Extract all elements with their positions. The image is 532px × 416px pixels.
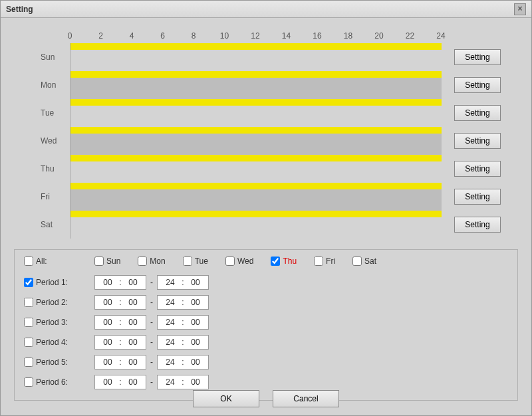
- period-1-to[interactable]: 24:00: [157, 275, 209, 290]
- period-2-check[interactable]: Period 2:: [24, 298, 84, 307]
- period-1-from[interactable]: 00:00: [94, 275, 146, 290]
- period-row: Period 5:00:00-24:00: [24, 352, 508, 372]
- period-3-to-minute[interactable]: 00: [186, 318, 205, 327]
- period-1-check-label: Period 1:: [36, 278, 68, 287]
- colon: :: [180, 318, 186, 327]
- period-1-from-hour[interactable]: 00: [98, 278, 118, 287]
- check-thu-checkbox[interactable]: [271, 257, 280, 266]
- period-5-from-minute[interactable]: 00: [123, 358, 143, 367]
- close-icon[interactable]: ×: [514, 3, 526, 15]
- check-wed-checkbox[interactable]: [225, 257, 235, 266]
- timeline[interactable]: [70, 43, 441, 71]
- period-5-from-hour[interactable]: 00: [98, 358, 118, 367]
- day-label: Sun: [14, 52, 70, 62]
- timeline[interactable]: [70, 99, 441, 127]
- period-6-from[interactable]: 00:00: [94, 375, 146, 389]
- day-setting-button[interactable]: Setting: [454, 77, 501, 93]
- period-2-from-minute[interactable]: 00: [123, 298, 143, 307]
- period-2-to[interactable]: 24:00: [157, 295, 209, 310]
- check-thu[interactable]: Thu: [271, 257, 297, 266]
- colon: :: [180, 358, 186, 367]
- dialog-footer: OK Cancel: [1, 390, 531, 407]
- day-setting-button[interactable]: Setting: [454, 105, 501, 121]
- day-row: SunSetting: [14, 43, 518, 71]
- period-2-check-checkbox[interactable]: [24, 298, 33, 307]
- period-4-from-hour[interactable]: 00: [98, 338, 118, 347]
- period-4-from-minute[interactable]: 00: [123, 338, 143, 347]
- day-setting-button[interactable]: Setting: [454, 189, 501, 205]
- axis-tick: 20: [374, 31, 383, 41]
- check-sun-checkbox[interactable]: [94, 257, 104, 266]
- axis-tick: 8: [192, 31, 196, 41]
- period-6-to-hour[interactable]: 24: [160, 377, 180, 387]
- day-setting-button[interactable]: Setting: [454, 49, 501, 65]
- ok-button[interactable]: OK: [193, 390, 259, 407]
- period-5-to[interactable]: 24:00: [157, 355, 209, 369]
- period-6-check-checkbox[interactable]: [24, 377, 33, 387]
- period-3-check[interactable]: Period 3:: [24, 318, 84, 327]
- timeline[interactable]: [70, 183, 441, 211]
- period-1-check-checkbox[interactable]: [24, 278, 33, 287]
- day-setting-button[interactable]: Setting: [454, 217, 501, 233]
- axis-tick: 6: [160, 31, 165, 41]
- colon: :: [118, 377, 123, 387]
- period-2-to-hour[interactable]: 24: [160, 298, 180, 307]
- cancel-button[interactable]: Cancel: [273, 390, 339, 407]
- check-sun[interactable]: Sun: [94, 257, 120, 266]
- check-fri[interactable]: Fri: [314, 257, 335, 266]
- period-5-to-hour[interactable]: 24: [160, 358, 180, 367]
- timeline[interactable]: [70, 211, 441, 239]
- check-sat-checkbox[interactable]: [352, 257, 362, 266]
- period-5-to-minute[interactable]: 00: [186, 358, 205, 367]
- day-row: WedSetting: [14, 127, 518, 155]
- period-6-from-hour[interactable]: 00: [98, 377, 118, 387]
- check-mon-checkbox[interactable]: [138, 257, 147, 266]
- period-4-from[interactable]: 00:00: [94, 335, 146, 350]
- period-6-check[interactable]: Period 6:: [24, 377, 84, 387]
- colon: :: [180, 377, 186, 387]
- period-3-from-minute[interactable]: 00: [123, 318, 143, 327]
- period-5-check[interactable]: Period 5:: [24, 358, 84, 367]
- check-wed[interactable]: Wed: [225, 257, 253, 266]
- period-3-to[interactable]: 24:00: [157, 315, 209, 330]
- period-1-to-minute[interactable]: 00: [186, 278, 205, 287]
- period-4-check[interactable]: Period 4:: [24, 338, 84, 347]
- period-row: Period 2:00:00-24:00: [24, 292, 508, 312]
- period-panel: All:SunMonTueWedThuFriSat Period 1:00:00…: [14, 249, 518, 401]
- period-2-from[interactable]: 00:00: [94, 295, 146, 310]
- periods-wrap: Period 1:00:00-24:00Period 2:00:00-24:00…: [24, 272, 508, 392]
- check-sat[interactable]: Sat: [352, 257, 376, 266]
- day-label: Tue: [14, 108, 70, 118]
- timeline[interactable]: [70, 127, 441, 155]
- period-4-to-minute[interactable]: 00: [186, 338, 205, 347]
- timeline[interactable]: [70, 155, 441, 183]
- period-2-check-label: Period 2:: [36, 298, 68, 307]
- period-3-check-checkbox[interactable]: [24, 318, 33, 327]
- period-1-check[interactable]: Period 1:: [24, 278, 84, 287]
- period-6-from-minute[interactable]: 00: [123, 377, 143, 387]
- check-mon[interactable]: Mon: [138, 257, 165, 266]
- period-6-to-minute[interactable]: 00: [186, 377, 205, 387]
- axis-tick: 18: [344, 31, 352, 41]
- period-3-to-hour[interactable]: 24: [160, 318, 180, 327]
- timeline[interactable]: [70, 71, 441, 99]
- check-all-checkbox[interactable]: [24, 257, 33, 266]
- period-2-to-minute[interactable]: 00: [186, 298, 205, 307]
- period-3-from[interactable]: 00:00: [94, 315, 146, 330]
- check-fri-checkbox[interactable]: [314, 257, 323, 266]
- day-setting-button[interactable]: Setting: [454, 161, 501, 177]
- check-tue-checkbox[interactable]: [183, 257, 192, 266]
- day-setting-button[interactable]: Setting: [454, 133, 501, 149]
- period-3-from-hour[interactable]: 00: [98, 318, 118, 327]
- period-5-check-checkbox[interactable]: [24, 358, 33, 367]
- period-1-to-hour[interactable]: 24: [160, 278, 180, 287]
- check-tue[interactable]: Tue: [183, 257, 208, 266]
- period-4-check-checkbox[interactable]: [24, 338, 33, 347]
- check-all[interactable]: All:: [24, 257, 84, 266]
- period-1-from-minute[interactable]: 00: [123, 278, 143, 287]
- period-4-to-hour[interactable]: 24: [160, 338, 180, 347]
- period-2-from-hour[interactable]: 00: [98, 298, 118, 307]
- period-6-to[interactable]: 24:00: [157, 375, 209, 389]
- period-5-from[interactable]: 00:00: [94, 355, 146, 369]
- period-4-to[interactable]: 24:00: [157, 335, 209, 350]
